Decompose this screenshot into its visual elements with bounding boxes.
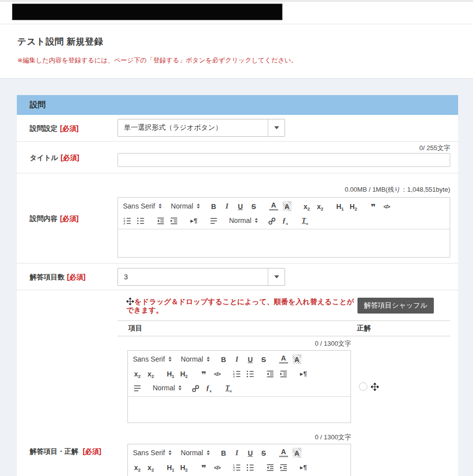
clean-button[interactable]: Tx <box>224 383 233 393</box>
content-editor-textarea[interactable] <box>118 229 450 257</box>
question-type-select[interactable]: 単一選択形式（ラジオボタン） <box>118 119 285 137</box>
code-button[interactable]: </> <box>382 201 391 211</box>
formula-button[interactable]: ƒx <box>204 383 213 393</box>
row-question-type: 設問設定 [必須] 単一選択形式（ラジオボタン） <box>17 115 458 142</box>
strike-button[interactable]: S <box>259 354 268 364</box>
toolbar-size-select[interactable]: Normal <box>229 216 258 224</box>
subscript-button[interactable]: x2 <box>133 462 142 472</box>
outdent-icon[interactable] <box>266 369 275 378</box>
required-badge: [必須] <box>60 153 79 162</box>
subscript-button[interactable]: x2 <box>302 201 311 211</box>
align-icon[interactable] <box>133 383 142 393</box>
move-icon <box>126 298 134 305</box>
list-ordered-icon[interactable] <box>233 369 241 378</box>
content-size-counter: 0.00MB / 1MB(残り：1,048,551byte) <box>118 186 450 193</box>
answer-editor: Sans SerifNormalBIUSAAx2x2H1H2❞</>▸¶Norm… <box>127 444 351 476</box>
page-title: テスト設問 新規登録 <box>17 36 473 48</box>
drag-drop-note: をドラッグ＆ドロップすることによって、順番を入れ替えることができます。 <box>126 298 355 314</box>
h1-button[interactable]: H1 <box>166 462 175 472</box>
link-icon[interactable] <box>267 215 276 225</box>
content-editor: Sans SerifNormalBIUSAAx2x2H1H2❞</>▸¶Norm… <box>118 197 450 258</box>
answer-editor-textarea[interactable] <box>128 397 351 423</box>
answer-count-label: 解答項目数 [必須] <box>17 264 118 290</box>
toolbar-font-select[interactable]: Sans Serif <box>133 355 172 363</box>
h2-button[interactable]: H2 <box>179 369 188 378</box>
code-button[interactable]: </> <box>213 369 222 378</box>
blockquote-button[interactable]: ❞ <box>199 369 208 378</box>
question-type-label: 設問設定 [必須] <box>17 115 118 141</box>
superscript-button[interactable]: x2 <box>146 369 155 378</box>
color-button[interactable]: A <box>279 448 288 457</box>
outdent-icon[interactable] <box>266 462 275 472</box>
background-button[interactable]: A <box>293 448 301 458</box>
drag-handle-icon[interactable] <box>371 383 379 391</box>
h1-button[interactable]: H1 <box>166 369 175 378</box>
italic-button[interactable]: I <box>233 354 241 364</box>
link-icon[interactable] <box>191 383 200 393</box>
subscript-button[interactable]: x2 <box>133 369 142 378</box>
question-type-value: 単一選択形式（ラジオボタン） <box>118 123 268 132</box>
row-answers: 解答項目・正解 [必須] をドラッグ＆ドロップすることによって、順番を入れ替える… <box>17 290 458 476</box>
toolbar-paragraph-select[interactable]: Normal <box>181 449 210 457</box>
underline-button[interactable]: U <box>246 354 255 364</box>
list-ordered-icon[interactable] <box>233 462 241 472</box>
underline-button[interactable]: U <box>246 448 255 458</box>
bold-button[interactable]: B <box>219 448 228 458</box>
h2-button[interactable]: H2 <box>179 462 188 472</box>
title-input[interactable] <box>118 153 450 167</box>
blockquote-button[interactable]: ❞ <box>369 201 378 211</box>
toolbar-font-select[interactable]: Sans Serif <box>123 202 162 210</box>
toolbar-paragraph-select[interactable]: Normal <box>181 355 210 363</box>
strike-button[interactable]: S <box>249 201 258 211</box>
list-ordered-icon[interactable] <box>123 215 132 225</box>
answer-item: 0 / 1300文字 Sans SerifNormalBIUSAAx2x2H1H… <box>118 434 450 476</box>
superscript-button[interactable]: x2 <box>146 462 155 472</box>
color-button[interactable]: A <box>269 202 278 211</box>
bold-button[interactable]: B <box>209 201 218 211</box>
list-bullet-icon[interactable] <box>136 215 145 225</box>
answers-table-header: 項目 正解 <box>118 320 450 336</box>
h1-button[interactable]: H1 <box>336 201 345 211</box>
question-panel: 設問 設問設定 [必須] 単一選択形式（ラジオボタン） タイトル <box>17 95 458 476</box>
column-item: 項目 <box>118 324 357 333</box>
clean-button[interactable]: Tx <box>300 215 309 225</box>
italic-button[interactable]: I <box>233 448 241 458</box>
formula-button[interactable]: ƒx <box>281 215 290 225</box>
list-bullet-icon[interactable] <box>246 462 255 472</box>
indent-icon[interactable] <box>279 369 288 378</box>
toolbar-paragraph-select[interactable]: Normal <box>171 202 200 210</box>
toolbar-size-select[interactable]: Normal <box>153 384 181 392</box>
indent-icon[interactable] <box>279 462 288 472</box>
underline-button[interactable]: U <box>236 201 245 211</box>
background-button[interactable]: A <box>293 354 301 364</box>
indent-icon[interactable] <box>170 215 178 225</box>
answer-char-counter: 0 / 1300文字 <box>118 340 351 347</box>
direction-button[interactable]: ▸¶ <box>299 369 308 378</box>
superscript-button[interactable]: x2 <box>316 201 325 211</box>
direction-button[interactable]: ▸¶ <box>299 462 308 472</box>
answer-char-counter: 0 / 1300文字 <box>118 434 351 441</box>
color-button[interactable]: A <box>279 355 288 364</box>
blockquote-button[interactable]: ❞ <box>199 462 208 472</box>
bold-button[interactable]: B <box>219 354 228 364</box>
section-header: 設問 <box>17 95 458 115</box>
list-bullet-icon[interactable] <box>246 369 255 378</box>
code-button[interactable]: </> <box>213 462 222 472</box>
redacted-header-bar <box>12 3 283 20</box>
h2-button[interactable]: H2 <box>349 201 358 211</box>
required-badge: [必須] <box>83 447 101 455</box>
required-badge: [必須] <box>67 272 85 281</box>
correct-answer-radio[interactable] <box>359 382 367 391</box>
background-button[interactable]: A <box>283 201 292 211</box>
dropdown-caret-icon <box>268 119 285 136</box>
italic-button[interactable]: I <box>223 201 232 211</box>
shuffle-button[interactable]: 解答項目シャッフル <box>357 298 434 314</box>
align-icon[interactable] <box>209 215 218 225</box>
outdent-icon[interactable] <box>156 215 165 225</box>
row-title: タイトル [必須] 0/ 255文字 <box>17 142 458 173</box>
app-bar <box>0 2 473 24</box>
toolbar-font-select[interactable]: Sans Serif <box>133 449 172 457</box>
strike-button[interactable]: S <box>259 448 268 458</box>
direction-button[interactable]: ▸¶ <box>189 215 198 225</box>
answer-count-select[interactable]: 3 <box>118 268 285 286</box>
